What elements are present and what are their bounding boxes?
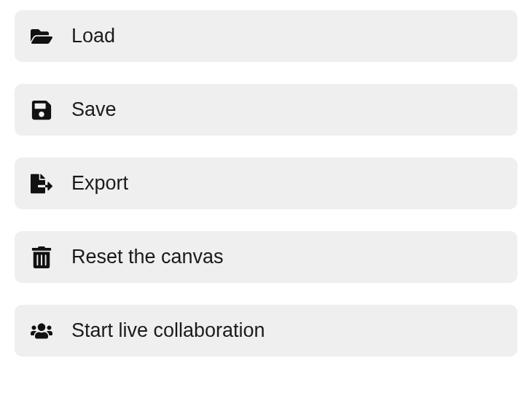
menu-item-label: Save [71,98,117,121]
menu-item-live-collaboration[interactable]: Start live collaboration [15,305,517,357]
menu-item-label: Export [71,172,128,195]
file-export-icon [31,173,52,195]
menu-item-label: Reset the canvas [71,246,224,268]
trash-icon [31,246,52,268]
menu-item-label: Start live collaboration [71,319,265,342]
folder-open-icon [31,26,52,47]
menu-item-save[interactable]: Save [15,84,517,136]
menu-item-export[interactable]: Export [15,157,517,209]
users-icon [31,320,52,342]
menu-item-load[interactable]: Load [15,10,517,62]
floppy-disk-icon [31,99,52,121]
menu-item-label: Load [71,25,115,47]
menu-item-reset-canvas[interactable]: Reset the canvas [15,231,517,283]
